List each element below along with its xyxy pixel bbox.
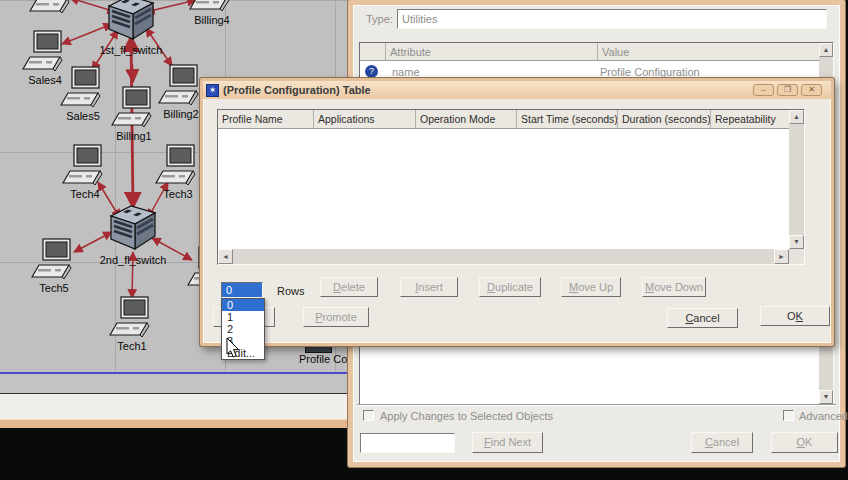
value-column-header[interactable]: Value bbox=[598, 43, 819, 60]
separator bbox=[357, 404, 836, 406]
maximize-icon[interactable]: ❐ bbox=[777, 84, 798, 96]
switch-icon bbox=[104, 0, 158, 42]
attribute-column-header[interactable]: Attribute bbox=[386, 43, 598, 60]
scroll-up-icon[interactable]: ▲ bbox=[819, 43, 833, 57]
move-up-button[interactable]: Move Up bbox=[561, 277, 621, 297]
dialog-title: (Profile Configuration) Table bbox=[223, 84, 371, 96]
dropdown-option-2[interactable]: 2 bbox=[222, 323, 264, 335]
node-2nd-fl-switch[interactable]: 2nd_fl_switch bbox=[97, 204, 169, 266]
scroll-right-icon[interactable]: ► bbox=[774, 249, 789, 264]
node-label: Tech1 bbox=[96, 340, 168, 352]
app-icon: ✶ bbox=[206, 84, 219, 97]
workstation-icon bbox=[62, 144, 108, 186]
canvas-margin bbox=[0, 374, 348, 393]
node-1st-fl-switch[interactable]: 1st_fl_switch bbox=[95, 0, 167, 56]
node-label: Tech4 bbox=[49, 188, 121, 200]
cancel-button[interactable]: Cancel bbox=[667, 308, 738, 328]
rows-label: Rows bbox=[277, 285, 305, 297]
type-label: Type: bbox=[366, 13, 393, 25]
node-billing4[interactable]: Billing4 bbox=[176, 0, 248, 26]
close-icon[interactable]: ✕ bbox=[801, 84, 822, 96]
find-input[interactable] bbox=[360, 433, 455, 453]
delete-button[interactable]: Delete bbox=[320, 277, 378, 297]
col-profile-name[interactable]: Profile Name bbox=[218, 110, 314, 128]
node-label: Billing1 bbox=[98, 130, 170, 142]
ok-button[interactable]: OK bbox=[760, 306, 830, 326]
apply-changes-label: Apply Changes to Selected Objects bbox=[380, 410, 553, 422]
col-duration[interactable]: Duration (seconds) bbox=[618, 110, 711, 128]
cancel-button-attributes[interactable]: Cancel bbox=[691, 432, 753, 453]
col-operation-mode[interactable]: Operation Mode bbox=[416, 110, 517, 128]
scroll-down-icon[interactable]: ▼ bbox=[819, 390, 833, 404]
node-label: 1st_fl_switch bbox=[95, 44, 167, 56]
switch-icon bbox=[106, 204, 160, 252]
node-tech4[interactable]: Tech4 bbox=[49, 144, 121, 200]
insert-button[interactable]: Insert bbox=[400, 277, 458, 297]
main-window-bottom-border bbox=[0, 419, 360, 428]
promote-button[interactable]: Promote bbox=[303, 307, 369, 327]
profiles-table: Profile Name Applications Operation Mode… bbox=[217, 109, 805, 265]
dialog-titlebar[interactable]: ✶ (Profile Configuration) Table – ❐ ✕ bbox=[203, 81, 831, 99]
workstation-icon bbox=[155, 144, 201, 186]
node-tech5[interactable]: Tech5 bbox=[18, 238, 90, 294]
dropdown-option-1[interactable]: 1 bbox=[222, 311, 264, 323]
apply-changes-checkbox[interactable] bbox=[363, 410, 374, 421]
workstation-icon bbox=[109, 296, 155, 338]
profiles-hscrollbar[interactable]: ◄ ► bbox=[218, 249, 789, 264]
attribute-name-cell[interactable]: name bbox=[392, 66, 420, 78]
icon-column-header bbox=[360, 43, 386, 60]
minimize-icon[interactable]: – bbox=[753, 84, 774, 96]
workstation-icon bbox=[31, 238, 77, 280]
node-pc-top-left[interactable] bbox=[16, 0, 88, 16]
advanced-label: Advanced bbox=[799, 410, 848, 422]
link-sw1-billing1 bbox=[132, 64, 133, 82]
dropdown-option-0[interactable]: 0 bbox=[222, 299, 264, 311]
workstation-icon bbox=[29, 0, 75, 14]
statusbar-strip bbox=[0, 394, 348, 419]
mouse-cursor bbox=[226, 338, 241, 359]
node-tech1[interactable]: Tech1 bbox=[96, 296, 168, 352]
advanced-checkbox[interactable] bbox=[783, 410, 794, 421]
scroll-up-icon[interactable]: ▲ bbox=[789, 110, 804, 124]
col-applications[interactable]: Applications bbox=[314, 110, 416, 128]
duplicate-button[interactable]: Duplicate bbox=[479, 277, 541, 297]
help-icon[interactable]: ? bbox=[365, 65, 378, 78]
workstation-icon bbox=[189, 0, 235, 12]
ok-button-attributes[interactable]: OK bbox=[771, 432, 838, 453]
attributes-table-header: Attribute Value bbox=[360, 43, 819, 61]
col-repeatability[interactable]: Repeatability bbox=[711, 110, 789, 128]
scroll-down-icon[interactable]: ▼ bbox=[789, 235, 804, 249]
find-next-button[interactable]: Find Next bbox=[472, 432, 543, 453]
profile-table-dialog: ✶ (Profile Configuration) Table – ❐ ✕ Pr… bbox=[200, 78, 834, 346]
node-label: Billing4 bbox=[176, 14, 248, 26]
move-down-button[interactable]: Move Down bbox=[642, 277, 706, 297]
profiles-table-header: Profile Name Applications Operation Mode… bbox=[218, 110, 789, 129]
scroll-corner bbox=[789, 249, 804, 264]
col-start-time[interactable]: Start Time (seconds) bbox=[517, 110, 618, 128]
node-label: Tech5 bbox=[18, 282, 90, 294]
node-label: 2nd_fl_switch bbox=[97, 254, 169, 266]
type-input[interactable]: Utilities bbox=[397, 9, 827, 29]
workstation-icon bbox=[158, 64, 204, 106]
scroll-left-icon[interactable]: ◄ bbox=[218, 249, 233, 264]
profiles-vscrollbar[interactable]: ▲ ▼ bbox=[789, 110, 804, 249]
attribute-value-cell[interactable]: Profile Configuration bbox=[600, 66, 700, 78]
rows-count-combobox[interactable]: 0 bbox=[221, 282, 263, 298]
screen: Billing4 1st_fl_switch Sales4 Sales5 Bil… bbox=[0, 0, 848, 480]
